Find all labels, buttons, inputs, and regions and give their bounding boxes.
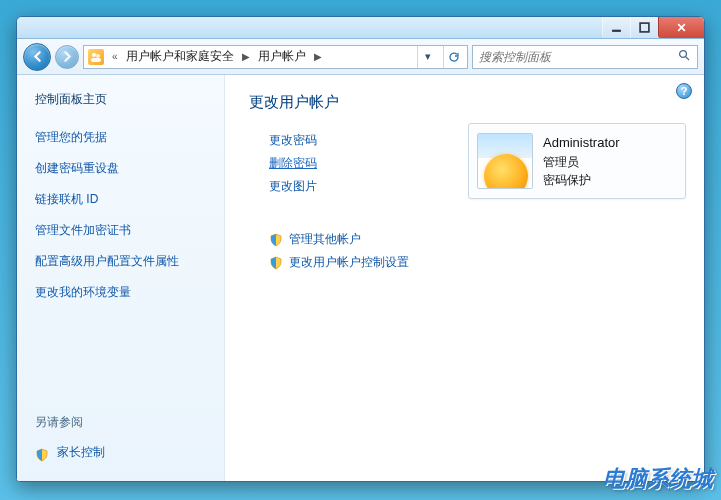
breadcrumb-segment-2[interactable]: 用户帐户 <box>258 48 306 65</box>
help-button[interactable]: ? <box>676 83 692 99</box>
close-icon <box>676 22 687 33</box>
chevron-right-icon: ▶ <box>240 51 252 62</box>
user-name: Administrator <box>543 133 620 153</box>
address-bar[interactable]: « 用户帐户和家庭安全 ▶ 用户帐户 ▶ ▾ <box>83 45 468 69</box>
maximize-icon <box>639 22 650 33</box>
navigation-bar: « 用户帐户和家庭安全 ▶ 用户帐户 ▶ ▾ <box>17 39 704 75</box>
sidebar-heading[interactable]: 控制面板主页 <box>35 91 210 108</box>
svg-rect-1 <box>640 23 649 32</box>
shield-icon <box>269 233 283 247</box>
page-title: 更改用户帐户 <box>249 93 690 112</box>
sidebar-link-parental-controls[interactable]: 家长控制 <box>35 444 210 462</box>
address-dropdown-button[interactable]: ▾ <box>417 46 437 68</box>
user-accounts-icon <box>88 49 104 65</box>
shield-icon <box>269 256 283 270</box>
action-label: 更改用户帐户控制设置 <box>289 254 409 271</box>
sidebar-seealso-heading: 另请参阅 <box>35 414 210 431</box>
forward-button[interactable] <box>55 45 79 69</box>
sidebar-link-online-id[interactable]: 链接联机 ID <box>35 191 210 208</box>
arrow-left-icon <box>31 50 44 63</box>
action-change-uac[interactable]: 更改用户帐户控制设置 <box>269 254 690 271</box>
user-password-status: 密码保护 <box>543 171 620 189</box>
sidebar-link-advanced-profile[interactable]: 配置高级用户配置文件属性 <box>35 253 210 270</box>
back-button[interactable] <box>23 43 51 71</box>
window-titlebar <box>17 17 704 39</box>
svg-rect-0 <box>612 30 621 32</box>
minimize-icon <box>611 22 622 33</box>
breadcrumb-segment-1[interactable]: 用户帐户和家庭安全 <box>126 48 234 65</box>
maximize-button[interactable] <box>630 17 658 38</box>
close-button[interactable] <box>658 17 704 38</box>
shield-icon <box>35 448 53 462</box>
sidebar-link-password-reset-disk[interactable]: 创建密码重设盘 <box>35 160 210 177</box>
sidebar-seealso-label: 家长控制 <box>57 445 105 459</box>
chevron-right-icon: ▶ <box>312 51 324 62</box>
svg-point-2 <box>92 53 96 57</box>
breadcrumb-root-chevron[interactable]: « <box>110 51 120 62</box>
help-icon: ? <box>681 85 688 97</box>
user-role: 管理员 <box>543 153 620 171</box>
sidebar-link-env-vars[interactable]: 更改我的环境变量 <box>35 284 210 301</box>
avatar <box>477 133 533 189</box>
control-panel-window: « 用户帐户和家庭安全 ▶ 用户帐户 ▶ ▾ 控制面板主页 管理您的凭据 创建密… <box>16 16 705 482</box>
svg-point-5 <box>680 50 687 57</box>
action-manage-accounts[interactable]: 管理其他帐户 <box>269 231 690 248</box>
current-user-card: Administrator 管理员 密码保护 <box>468 123 686 199</box>
sidebar-link-credentials[interactable]: 管理您的凭据 <box>35 129 210 146</box>
refresh-icon <box>448 51 460 63</box>
action-label: 管理其他帐户 <box>289 231 361 248</box>
minimize-button[interactable] <box>602 17 630 38</box>
search-input[interactable] <box>479 50 672 64</box>
search-icon <box>678 49 691 65</box>
user-meta: Administrator 管理员 密码保护 <box>543 133 620 189</box>
content-pane: ? 更改用户帐户 更改密码 删除密码 更改图片 管理其他帐户 更改用户帐户控制设… <box>225 75 704 481</box>
svg-rect-4 <box>91 58 101 62</box>
refresh-button[interactable] <box>443 46 463 68</box>
window-body: 控制面板主页 管理您的凭据 创建密码重设盘 链接联机 ID 管理文件加密证书 配… <box>17 75 704 481</box>
svg-point-3 <box>96 54 100 58</box>
search-box[interactable] <box>472 45 698 69</box>
arrow-right-icon <box>61 50 74 63</box>
sidebar-link-encryption-certs[interactable]: 管理文件加密证书 <box>35 222 210 239</box>
sidebar: 控制面板主页 管理您的凭据 创建密码重设盘 链接联机 ID 管理文件加密证书 配… <box>17 75 225 481</box>
